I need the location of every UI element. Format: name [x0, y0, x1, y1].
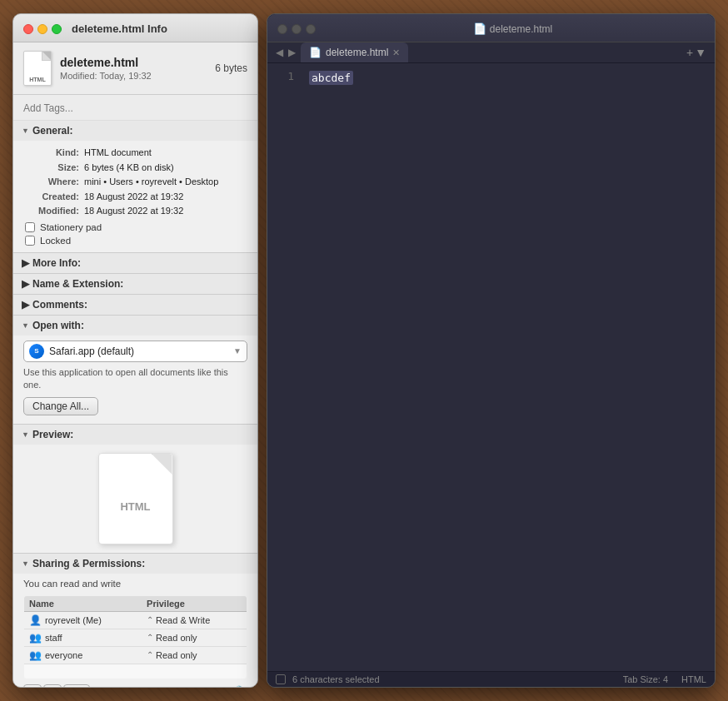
tab-next-arrow[interactable]: ▶ — [287, 47, 297, 58]
tab-filename: deleteme.html — [326, 47, 388, 58]
info-window-title: deleteme.html Info — [72, 22, 167, 35]
close-button[interactable] — [23, 24, 33, 34]
tags-row — [13, 95, 257, 121]
app-selector[interactable]: S Safari.app (default) ▼ — [23, 341, 247, 362]
created-row: Created: 18 August 2022 at 19:32 — [25, 190, 246, 205]
open-with-label: Open with: — [32, 320, 84, 331]
safari-icon: S — [29, 344, 44, 359]
modified-row: Modified: 18 August 2022 at 19:32 — [25, 204, 246, 219]
editor-maximize-button[interactable] — [306, 24, 316, 34]
change-all-button[interactable]: Change All... — [23, 397, 98, 415]
dropdown-arrow-icon: ▼ — [233, 346, 242, 355]
preview-chevron-icon: ▼ — [22, 430, 29, 439]
editor-minimize-button[interactable] — [292, 24, 302, 34]
privilege-dropdown-icon: ⌃ — [147, 633, 153, 642]
general-section-content: Kind: HTML document Size: 6 bytes (4 KB … — [13, 141, 257, 252]
privilege-value: Read only — [156, 633, 197, 643]
file-meta: deleteme.html Modified: Today, 19:32 — [60, 56, 207, 81]
open-with-description: Use this application to open all documen… — [23, 366, 247, 392]
tab-prev-arrow[interactable]: ◀ — [274, 47, 285, 58]
status-left: 6 characters selected — [276, 674, 380, 684]
preview-section-header[interactable]: ▼ Preview: — [13, 425, 257, 445]
kind-value: HTML document — [84, 146, 246, 161]
open-with-content: S Safari.app (default) ▼ Use this applic… — [13, 336, 257, 424]
file-name: deleteme.html — [60, 56, 207, 69]
locked-row: Locked — [25, 236, 246, 246]
general-label: General: — [32, 125, 73, 137]
remove-permission-button[interactable]: − — [43, 684, 62, 687]
open-with-chevron-icon: ▼ — [22, 321, 29, 330]
created-value: 18 August 2022 at 19:32 — [84, 190, 246, 205]
user-name-cell: 👥 everyone — [24, 646, 142, 664]
permissions-table: Name Privilege 👤 royrevelt (Me) — [23, 595, 247, 679]
kind-label: Kind: — [25, 146, 79, 161]
tab-actions: + ▼ — [681, 46, 711, 59]
open-with-section: ▼ Open with: S Safari.app (default) ▼ Us… — [13, 316, 257, 425]
general-section-header[interactable]: ▼ General: — [13, 121, 257, 141]
locked-checkbox[interactable] — [25, 236, 35, 246]
privilege-cell: ⌃ Read only — [142, 646, 247, 664]
kind-row: Kind: HTML document — [25, 146, 246, 161]
name-extension-chevron-icon: ▶ — [22, 278, 29, 290]
editor-content: 1 abcdef — [267, 63, 715, 671]
selected-code: abcdef — [309, 71, 353, 85]
info-titlebar: deleteme.html Info — [13, 14, 257, 42]
stationerypad-label: Stationery pad — [40, 222, 102, 232]
editor-tabs: ◀ ▶ 📄 deleteme.html ✕ + ▼ — [267, 42, 715, 63]
permission-options-button[interactable]: ⚙▾ — [63, 684, 90, 687]
add-permission-button[interactable]: + — [23, 684, 42, 687]
sharing-label: Sharing & Permissions: — [32, 558, 145, 569]
tab-close-button[interactable]: ✕ — [392, 47, 400, 58]
stationerypad-checkbox[interactable] — [25, 222, 35, 232]
privilege-dropdown-icon: ⌃ — [147, 650, 153, 659]
app-name: Safari.app (default) — [49, 346, 228, 357]
name-extension-label: Name & Extension: — [32, 278, 123, 290]
comments-section-header[interactable]: ▶ Comments: — [13, 295, 257, 316]
col-name-header: Name — [24, 595, 142, 611]
status-right: Tab Size: 4 HTML — [623, 674, 706, 684]
privilege-cell: ⌃ Read & Write — [142, 611, 247, 629]
traffic-lights — [23, 24, 62, 34]
name-extension-section-header[interactable]: ▶ Name & Extension: — [13, 274, 257, 295]
code-area[interactable]: abcdef — [304, 63, 715, 671]
empty-row — [24, 664, 247, 679]
info-window: deleteme.html Info HTML deleteme.html Mo… — [12, 13, 258, 688]
comments-label: Comments: — [32, 299, 87, 311]
file-modified: Modified: Today, 19:32 — [60, 71, 207, 81]
tab-menu-button[interactable]: ▼ — [695, 46, 706, 59]
tags-input[interactable] — [23, 102, 247, 114]
editor-close-button[interactable] — [277, 24, 287, 34]
editor-traffic-lights — [277, 24, 316, 34]
preview-section: ▼ Preview: HTML — [13, 425, 257, 554]
editor-tab[interactable]: 📄 deleteme.html ✕ — [301, 42, 408, 62]
table-row: 👤 royrevelt (Me) ⌃ Read & Write — [24, 611, 247, 629]
minimize-button[interactable] — [37, 24, 47, 34]
tab-nav-arrows: ◀ ▶ — [271, 43, 301, 62]
tab-add-button[interactable]: + — [686, 46, 693, 59]
preview-file-icon: HTML — [98, 453, 173, 544]
status-language: HTML — [681, 674, 706, 684]
more-info-label: More Info: — [32, 257, 81, 269]
comments-chevron-icon: ▶ — [22, 299, 29, 311]
table-row: 👥 everyone ⌃ Read only — [24, 646, 247, 664]
preview-file-type: HTML — [120, 500, 150, 513]
status-selected-text: 6 characters selected — [292, 674, 380, 684]
privilege-dropdown-icon: ⌃ — [147, 615, 153, 624]
line-number: 1 — [267, 70, 294, 82]
created-label: Created: — [25, 190, 79, 205]
status-checkbox[interactable] — [276, 674, 286, 684]
size-label: Size: — [25, 161, 79, 176]
sharing-section-header[interactable]: ▼ Sharing & Permissions: — [13, 554, 257, 574]
tab-file-icon: 📄 — [309, 47, 322, 58]
info-body: HTML deleteme.html Modified: Today, 19:3… — [13, 42, 257, 687]
where-row: Where: mini • Users • royrevelt • Deskto… — [25, 175, 246, 190]
more-info-section-header[interactable]: ▶ More Info: — [13, 253, 257, 274]
open-with-section-header[interactable]: ▼ Open with: — [13, 316, 257, 336]
file-size: 6 bytes — [215, 62, 247, 74]
maximize-button[interactable] — [52, 24, 62, 34]
editor-titlebar: 📄 deleteme.html — [267, 14, 715, 42]
user-name-cell: 👤 royrevelt (Me) — [24, 611, 142, 629]
sharing-section: ▼ Sharing & Permissions: You can read an… — [13, 554, 257, 687]
file-header: HTML deleteme.html Modified: Today, 19:3… — [13, 42, 257, 95]
sharing-toolbar: + − ⚙▾ 🔒 — [23, 684, 247, 687]
